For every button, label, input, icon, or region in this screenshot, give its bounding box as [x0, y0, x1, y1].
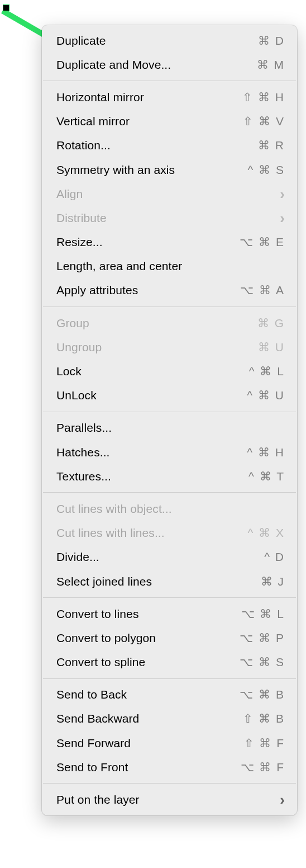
selection-handle[interactable] — [3, 4, 9, 11]
menu-item-label: Length, area and center — [56, 260, 182, 273]
menu-item-send-to-front[interactable]: Send to Front⌥ ⌘ F — [42, 755, 297, 779]
menu-item-hatches[interactable]: Hatches...^ ⌘ H — [42, 440, 297, 464]
menu-item-label: Ungroup — [56, 341, 102, 354]
menu-item-send-forward[interactable]: Send Forward⇧ ⌘ F — [42, 731, 297, 755]
menu-item-shortcut: ^ ⌘ T — [248, 470, 285, 483]
menu-item-label: Duplicate and Move... — [56, 58, 171, 72]
menu-separator — [43, 412, 296, 412]
menu-item-horizontal-mirror[interactable]: Horizontal mirror⇧ ⌘ H — [42, 85, 297, 109]
menu-item-divide[interactable]: Divide...^ D — [42, 545, 297, 569]
menu-item-shortcut: ⌥ ⌘ L — [241, 607, 285, 621]
context-menu: Duplicate⌘ DDuplicate and Move...⌘ MHori… — [42, 25, 297, 815]
menu-item-label: Select joined lines — [56, 575, 152, 588]
menu-item-textures[interactable]: Textures...^ ⌘ T — [42, 464, 297, 488]
menu-item-rotation[interactable]: Rotation...⌘ R — [42, 134, 297, 158]
menu-item-send-backward[interactable]: Send Backward⇧ ⌘ B — [42, 707, 297, 731]
menu-item-shortcut: ^ ⌘ H — [247, 446, 285, 459]
selected-shape-line[interactable] — [1, 8, 47, 39]
menu-item-label: Resize... — [56, 235, 103, 249]
menu-item-label: Send Backward — [56, 712, 139, 725]
menu-item-label: Horizontal mirror — [56, 91, 144, 104]
chevron-right-icon: › — [280, 187, 285, 201]
menu-item-shortcut: ⌥ ⌘ E — [240, 235, 285, 249]
menu-item-shortcut: ⌘ G — [257, 317, 285, 330]
menu-separator — [43, 306, 296, 307]
menu-item-unlock[interactable]: UnLock^ ⌘ U — [42, 384, 297, 408]
menu-item-label: Convert to spline — [56, 655, 145, 669]
menu-item-distribute: Distribute› — [42, 206, 297, 230]
menu-item-label: Rotation... — [56, 139, 111, 152]
menu-item-label: Distribute — [56, 211, 107, 225]
menu-item-shortcut: ⌥ ⌘ P — [240, 631, 285, 645]
menu-item-convert-polygon[interactable]: Convert to polygon⌥ ⌘ P — [42, 626, 297, 650]
menu-item-symmetry-axis[interactable]: Symmetry with an axis^ ⌘ S — [42, 158, 297, 182]
menu-separator — [43, 492, 296, 493]
menu-item-shortcut: ⌥ ⌘ S — [240, 655, 285, 669]
menu-item-shortcut: ⌥ ⌘ A — [240, 284, 285, 297]
menu-item-select-joined[interactable]: Select joined lines⌘ J — [42, 569, 297, 593]
menu-item-duplicate-and-move[interactable]: Duplicate and Move...⌘ M — [42, 53, 297, 77]
menu-item-label: Group — [56, 317, 89, 330]
menu-separator — [43, 597, 296, 598]
menu-item-label: Vertical mirror — [56, 115, 130, 128]
menu-item-label: Divide... — [56, 550, 99, 564]
menu-separator — [43, 81, 296, 81]
menu-item-shortcut: ⇧ ⌘ V — [243, 115, 285, 128]
menu-separator — [43, 783, 296, 784]
menu-item-cut-lines-lines: Cut lines with lines...^ ⌘ X — [42, 521, 297, 545]
menu-item-convert-lines[interactable]: Convert to lines⌥ ⌘ L — [42, 602, 297, 626]
menu-item-group: Group⌘ G — [42, 311, 297, 335]
menu-item-shortcut: ⇧ ⌘ F — [244, 737, 285, 750]
menu-item-lock[interactable]: Lock^ ⌘ L — [42, 359, 297, 383]
menu-item-label: Send to Front — [56, 761, 128, 774]
chevron-right-icon: › — [280, 211, 285, 225]
menu-item-duplicate[interactable]: Duplicate⌘ D — [42, 29, 297, 53]
menu-item-shortcut: ⌘ M — [257, 58, 285, 72]
menu-item-shortcut: ⌥ ⌘ F — [241, 761, 285, 774]
menu-item-align: Align› — [42, 182, 297, 206]
menu-item-send-to-back[interactable]: Send to Back⌥ ⌘ B — [42, 683, 297, 707]
menu-item-label: Convert to lines — [56, 607, 139, 621]
menu-item-label: Textures... — [56, 470, 111, 483]
menu-item-shortcut: ^ D — [264, 550, 285, 564]
menu-item-apply-attributes[interactable]: Apply attributes⌥ ⌘ A — [42, 279, 297, 303]
menu-item-shortcut: ^ ⌘ X — [247, 526, 285, 540]
menu-item-label: Hatches... — [56, 446, 110, 459]
menu-separator — [43, 678, 296, 679]
menu-item-label: Send to Back — [56, 688, 127, 701]
menu-item-label: Duplicate — [56, 34, 106, 48]
menu-item-shortcut: ⌘ J — [261, 575, 285, 588]
menu-item-label: Symmetry with an axis — [56, 163, 175, 177]
menu-item-shortcut: ⌘ U — [258, 341, 285, 354]
menu-item-shortcut: ^ ⌘ U — [247, 389, 285, 402]
menu-item-label: Convert to polygon — [56, 631, 156, 645]
menu-item-length-area-center[interactable]: Length, area and center — [42, 254, 297, 279]
menu-item-label: Align — [56, 187, 83, 201]
menu-item-ungroup: Ungroup⌘ U — [42, 335, 297, 359]
menu-item-shortcut: ^ ⌘ S — [247, 163, 285, 177]
menu-item-vertical-mirror[interactable]: Vertical mirror⇧ ⌘ V — [42, 110, 297, 134]
menu-item-label: Parallels... — [56, 421, 112, 435]
menu-item-convert-spline[interactable]: Convert to spline⌥ ⌘ S — [42, 650, 297, 674]
menu-item-label: Cut lines with object... — [56, 502, 172, 516]
menu-item-label: Lock — [56, 365, 82, 378]
menu-item-label: Send Forward — [56, 737, 131, 750]
menu-item-label: UnLock — [56, 389, 97, 402]
menu-item-shortcut: ⌥ ⌘ B — [240, 688, 285, 701]
menu-item-shortcut: ⇧ ⌘ B — [243, 712, 285, 725]
menu-item-resize[interactable]: Resize...⌥ ⌘ E — [42, 230, 297, 254]
menu-item-cut-lines-object: Cut lines with object... — [42, 497, 297, 521]
menu-item-label: Apply attributes — [56, 284, 138, 297]
menu-item-label: Cut lines with lines... — [56, 526, 165, 540]
menu-item-label: Put on the layer — [56, 793, 140, 806]
menu-item-put-on-layer[interactable]: Put on the layer› — [42, 787, 297, 812]
menu-item-shortcut: ⇧ ⌘ H — [242, 91, 285, 104]
menu-item-shortcut: ⌘ R — [258, 139, 285, 152]
menu-item-shortcut: ^ ⌘ L — [249, 365, 285, 378]
menu-item-parallels[interactable]: Parallels... — [42, 416, 297, 440]
chevron-right-icon: › — [280, 792, 285, 807]
menu-item-shortcut: ⌘ D — [258, 34, 285, 48]
